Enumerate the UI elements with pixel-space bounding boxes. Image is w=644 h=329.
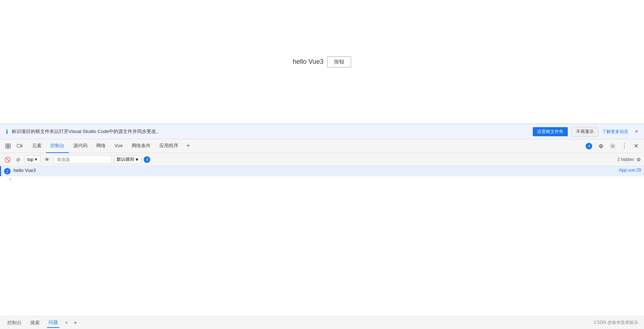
row-badge: 2 xyxy=(4,168,11,175)
tab-network-conditions[interactable]: 网络条件 xyxy=(127,139,155,153)
set-root-button[interactable]: 设置根文件夹 xyxy=(533,127,568,136)
svg-rect-5 xyxy=(21,145,22,147)
svg-rect-4 xyxy=(17,144,21,147)
info-icon: ℹ xyxy=(6,128,8,135)
expand-arrow[interactable]: › xyxy=(0,176,644,181)
info-close-icon[interactable]: × xyxy=(635,128,638,135)
hidden-count: 2 hidden ⚙ xyxy=(617,157,641,162)
bottom-bar: 控制台 搜索 问题 × + CSDN @振华首席娱乐 xyxy=(0,316,644,329)
console-toolbar: 🚫 ⊘ top ▼ 👁 默认级别 ▼ 4 2 hidden ⚙ xyxy=(0,153,644,166)
more-icon[interactable]: ⋮ xyxy=(619,141,629,151)
level-arrow-icon: ▼ xyxy=(135,157,139,162)
row-link[interactable]: App.vue:29 xyxy=(619,168,641,173)
vue-button[interactable]: 按钮 xyxy=(327,56,351,67)
info-text: 标识项目的根文件夹以打开Visual Studio Code中的源文件并同步更改… xyxy=(12,128,529,135)
no-show-button[interactable]: 不再显示 xyxy=(571,127,598,137)
tab-sources[interactable]: 源代码 xyxy=(69,139,92,153)
devtools-panel: ℹ 标识项目的根文件夹以打开Visual Studio Code中的源文件并同步… xyxy=(0,124,644,316)
device-icon[interactable] xyxy=(15,141,25,151)
filter-input[interactable] xyxy=(54,155,112,164)
tab-add-button[interactable]: + xyxy=(183,139,194,153)
tab-network[interactable]: 网络 xyxy=(92,139,110,153)
context-arrow-icon: ▼ xyxy=(34,157,38,161)
svg-rect-2 xyxy=(6,146,8,148)
svg-rect-3 xyxy=(8,146,10,148)
console-content: 2 hello Vue3 App.vue:29 › xyxy=(0,166,644,316)
svg-rect-0 xyxy=(6,144,8,146)
settings-icon[interactable] xyxy=(608,141,618,151)
inspect-icon[interactable] xyxy=(3,141,13,151)
devtools-close-icon[interactable]: ✕ xyxy=(631,141,641,151)
tab-vue[interactable]: Vue xyxy=(110,139,127,153)
bottom-tab-console[interactable]: 控制台 xyxy=(6,318,23,328)
context-selector[interactable]: top ▼ xyxy=(25,155,40,164)
row-text: hello Vue3 xyxy=(13,168,616,173)
tab-elements[interactable]: 元素 xyxy=(28,139,46,153)
svg-point-8 xyxy=(612,145,614,147)
browser-preview: hello Vue3 按钮 xyxy=(0,0,644,124)
level-label: 默认级别 xyxy=(117,156,134,162)
toolbar-badge: 4 xyxy=(144,156,150,163)
context-label: top xyxy=(27,157,34,162)
toolbar-badge-group: 4 xyxy=(144,156,150,163)
hidden-count-text: 2 hidden xyxy=(617,157,634,162)
circle-icon[interactable]: ⊘ xyxy=(14,155,23,164)
preview-text: hello Vue3 xyxy=(293,58,323,66)
table-row: 2 hello Vue3 App.vue:29 xyxy=(0,166,644,176)
console-badge: 4 xyxy=(586,143,592,149)
info-bar: ℹ 标识项目的根文件夹以打开Visual Studio Code中的源文件并同步… xyxy=(0,124,644,139)
branding-text: CSDN @振华首席娱乐 xyxy=(594,320,638,326)
bottom-tab-issues[interactable]: 问题 xyxy=(47,318,59,328)
devtools-tabs-bar: 元素 控制台 源代码 网络 Vue 网络条件 应用程序 + 4 xyxy=(0,139,644,153)
console-settings-icon[interactable]: ⚙ xyxy=(636,157,641,162)
bottom-add-icon[interactable]: + xyxy=(74,320,77,326)
network-conditions-icon[interactable] xyxy=(596,141,606,151)
eye-icon[interactable]: 👁 xyxy=(43,155,51,164)
bottom-close-icon[interactable]: × xyxy=(65,320,68,325)
tab-application[interactable]: 应用程序 xyxy=(155,139,183,153)
console-badge-button[interactable]: 4 xyxy=(583,141,594,151)
devtools-right-controls: 4 ⋮ ✕ xyxy=(583,141,641,151)
learn-more-link[interactable]: 了解更多信息 xyxy=(602,129,628,135)
level-selector[interactable]: 默认级别 ▼ xyxy=(114,155,142,164)
preview-content: hello Vue3 按钮 xyxy=(293,56,351,67)
tab-console[interactable]: 控制台 xyxy=(46,139,69,153)
bottom-tab-search[interactable]: 搜索 xyxy=(29,318,41,328)
tab-icon-group xyxy=(3,141,25,151)
clear-console-icon[interactable]: 🚫 xyxy=(3,155,12,164)
svg-rect-1 xyxy=(8,144,10,146)
